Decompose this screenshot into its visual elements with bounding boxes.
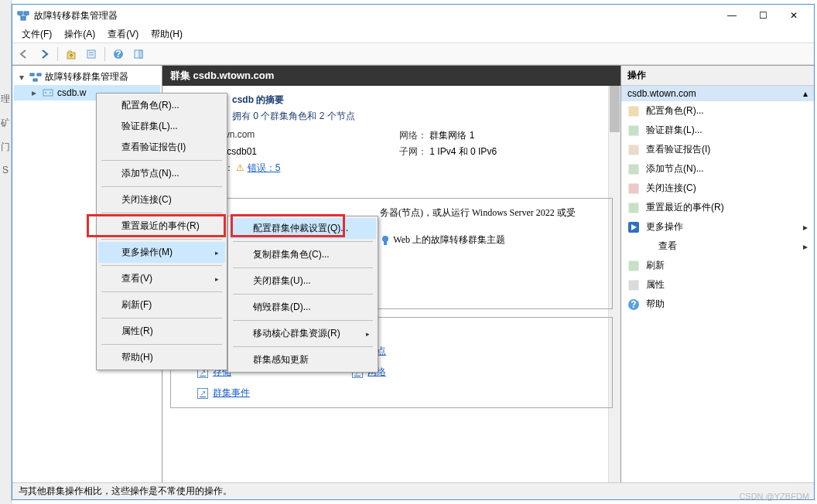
help-button[interactable]: ? <box>110 46 127 63</box>
events-link[interactable]: 错误：5 <box>248 162 281 173</box>
context-menu-item[interactable]: 查看验证报告(I) <box>98 137 225 158</box>
context-menu-item[interactable]: 刷新(F) <box>98 295 225 315</box>
tree-root[interactable]: ▾ 故障转移群集管理器 <box>14 69 160 85</box>
context-menu-item[interactable]: 配置群集仲裁设置(Q)... <box>230 218 376 239</box>
svg-text:?: ? <box>631 299 636 310</box>
svg-rect-21 <box>629 145 638 155</box>
maximize-button[interactable]: ☐ <box>747 5 778 26</box>
svg-rect-12 <box>37 73 41 76</box>
svg-rect-28 <box>629 281 638 290</box>
svg-rect-23 <box>629 184 638 193</box>
context-menu-item[interactable]: 重置最近的事件(R) <box>98 216 225 237</box>
submenu-arrow-icon: ▸ <box>803 241 808 252</box>
action-icon <box>627 144 640 156</box>
up-button[interactable] <box>63 46 80 63</box>
window-title: 故障转移群集管理器 <box>34 9 716 22</box>
submenu-arrow-icon: ▸ <box>366 330 370 338</box>
toolbar: ? <box>12 43 814 65</box>
back-button[interactable] <box>15 46 32 63</box>
action-item[interactable]: 关闭连接(C) <box>621 179 814 198</box>
action-item[interactable]: 配置角色(R)... <box>621 101 814 121</box>
submenu-arrow-icon: ▸ <box>803 222 808 233</box>
menu-action[interactable]: 操作(A) <box>58 26 101 43</box>
tree-cluster-label: csdb.w <box>57 87 86 98</box>
menu-file[interactable]: 文件(F) <box>15 26 58 43</box>
statusbar: 与其他群集操作相比，这些操作是不常使用的操作。 <box>12 482 814 499</box>
action-item[interactable]: 查看验证报告(I) <box>621 140 814 159</box>
minimize-button[interactable]: — <box>716 5 747 26</box>
svg-rect-13 <box>33 79 37 81</box>
svg-rect-24 <box>629 203 638 213</box>
titlebar: 故障转移群集管理器 — ☐ ✕ <box>12 5 814 26</box>
action-icon <box>627 260 640 272</box>
svg-point-16 <box>50 92 51 94</box>
svg-point-17 <box>382 236 388 242</box>
web-help-link[interactable]: Web 上的故障转移群集主题 <box>393 234 505 245</box>
action-icon <box>627 105 640 117</box>
app-icon <box>17 9 29 22</box>
svg-rect-0 <box>18 12 22 15</box>
context-menu-item[interactable]: 移动核心群集资源(R)▸ <box>230 323 376 344</box>
action-item[interactable]: 查看▸ <box>621 237 814 256</box>
context-menu-item[interactable]: 群集感知更新 <box>230 349 376 370</box>
cluster-manager-icon <box>29 71 42 83</box>
action-icon <box>627 202 640 214</box>
tree-root-label: 故障转移群集管理器 <box>45 70 128 83</box>
context-menu-item[interactable]: 复制群集角色(C)... <box>230 244 376 265</box>
action-item[interactable]: 属性 <box>621 275 814 295</box>
svg-text:?: ? <box>115 49 121 60</box>
svg-rect-19 <box>629 107 638 116</box>
context-menu-item[interactable]: 关闭连接(C) <box>98 189 225 210</box>
context-menu-item[interactable]: 配置角色(R)... <box>98 95 225 116</box>
summary-subtitle: 拥有 0 个群集角色和 2 个节点 <box>232 111 355 121</box>
watermark: CSDN @YZBFDM <box>739 492 809 501</box>
action-icon <box>627 163 640 175</box>
svg-rect-2 <box>21 17 26 20</box>
action-item[interactable]: 重置最近的事件(R) <box>621 198 814 217</box>
details-pane-button[interactable] <box>130 46 147 63</box>
action-item[interactable]: 验证群集(L)... <box>621 121 814 140</box>
actions-group-header[interactable]: csdb.wtown.com ▴ <box>621 86 814 101</box>
center-header: 群集 csdb.wtown.com <box>162 66 620 86</box>
context-menu-item[interactable]: 销毁群集(D)... <box>230 297 376 318</box>
submenu-arrow-icon: ▸ <box>215 249 219 257</box>
svg-rect-4 <box>87 50 95 58</box>
action-item[interactable]: 添加节点(N)... <box>621 159 814 179</box>
actions-header: 操作 <box>621 66 814 86</box>
menubar: 文件(F) 操作(A) 查看(V) 帮助(H) <box>12 26 814 43</box>
context-menu-item[interactable]: 更多操作(M)▸ <box>98 242 225 263</box>
context-menu-item[interactable]: 帮助(H) <box>98 347 225 368</box>
context-menu-main: 配置角色(R)...验证群集(L)...查看验证报告(I)添加节点(N)...关… <box>96 93 227 370</box>
context-menu-item[interactable]: 验证群集(L)... <box>98 116 225 137</box>
forward-button[interactable] <box>36 46 53 63</box>
svg-rect-1 <box>24 12 29 15</box>
action-item[interactable]: 刷新 <box>621 256 814 275</box>
context-menu-item[interactable]: 添加节点(N)... <box>98 163 225 184</box>
menu-view[interactable]: 查看(V) <box>101 26 145 43</box>
svg-rect-20 <box>629 126 638 135</box>
svg-rect-14 <box>43 90 53 96</box>
svg-rect-26 <box>641 242 651 251</box>
close-button[interactable]: ✕ <box>778 5 809 26</box>
svg-rect-18 <box>384 241 387 245</box>
expand-icon[interactable]: ▸ <box>29 87 39 98</box>
svg-point-15 <box>45 92 46 94</box>
cluster-icon <box>42 87 54 99</box>
action-icon <box>627 182 640 195</box>
expand-icon[interactable]: ▾ <box>17 72 26 83</box>
action-icon <box>627 221 640 233</box>
actions-panel: 操作 csdb.wtown.com ▴ 配置角色(R)...验证群集(L)...… <box>620 66 814 482</box>
context-menu-item[interactable]: 关闭群集(U)... <box>230 271 376 291</box>
action-item[interactable]: ?帮助 <box>621 295 814 314</box>
context-menu-item[interactable]: 查看(V)▸ <box>98 268 225 289</box>
nav-events[interactable]: ↗群集事件 <box>197 387 352 400</box>
action-item[interactable]: 更多操作▸ <box>621 217 814 237</box>
web-icon <box>380 235 391 246</box>
menu-help[interactable]: 帮助(H) <box>145 26 189 43</box>
action-icon <box>627 124 640 137</box>
arrow-icon: ↗ <box>197 388 208 399</box>
properties-button[interactable] <box>83 46 100 63</box>
context-menu-item[interactable]: 属性(R) <box>98 321 225 342</box>
collapse-icon: ▴ <box>803 88 808 99</box>
svg-rect-22 <box>629 165 638 174</box>
